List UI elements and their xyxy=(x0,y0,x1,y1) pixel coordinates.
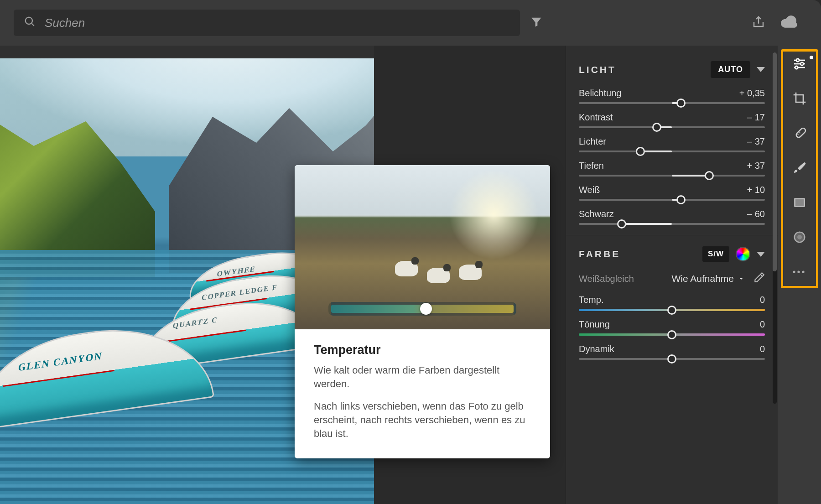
tooltip-sample-image xyxy=(295,165,550,329)
slider-temp: Temp.0 xyxy=(579,295,765,311)
edit-panel: LICHT AUTO Belichtung+ 0,35 Kontrast– 17… xyxy=(566,46,778,504)
slider-label: Belichtung xyxy=(579,88,621,99)
slider-value: 0 xyxy=(760,295,765,305)
search-field-wrap[interactable] xyxy=(14,10,520,36)
slider-track[interactable] xyxy=(579,199,765,201)
chevron-down-icon xyxy=(738,275,745,282)
tooltip-sample-slider xyxy=(328,302,516,316)
slider-toenung: Tönung0 xyxy=(579,319,765,336)
chevron-down-icon[interactable] xyxy=(757,67,765,72)
coach-tooltip: Temperatur Wie kalt oder warm die Farben… xyxy=(295,165,550,458)
tooltip-desc-1: Wie kalt oder warm die Farben dargestell… xyxy=(314,364,531,390)
slider-label: Lichter xyxy=(579,136,606,147)
wb-select[interactable]: Wie Aufnahme xyxy=(671,273,745,284)
top-bar xyxy=(0,0,821,46)
crop-icon[interactable] xyxy=(790,89,809,108)
more-icon[interactable]: ••• xyxy=(790,263,809,281)
svg-point-3 xyxy=(796,59,799,62)
slider-value: + 0,35 xyxy=(739,88,765,99)
slider-lichter: Lichter– 37 xyxy=(579,136,765,152)
slider-track[interactable] xyxy=(579,175,765,177)
svg-point-5 xyxy=(800,62,803,65)
slider-track[interactable] xyxy=(579,333,765,336)
linear-gradient-icon[interactable] xyxy=(790,193,809,212)
svg-point-7 xyxy=(795,66,798,69)
slider-value: – 17 xyxy=(747,112,765,123)
cloud-icon[interactable] xyxy=(781,16,798,30)
slider-track[interactable] xyxy=(579,358,765,360)
panel-divider xyxy=(566,235,778,235)
svg-point-14 xyxy=(797,235,802,239)
wb-label: Weißabgleich xyxy=(579,274,634,284)
wb-value: Wie Aufnahme xyxy=(671,273,734,284)
slider-value: 0 xyxy=(760,319,765,330)
section-title-licht: LICHT xyxy=(579,64,616,75)
slider-label: Tönung xyxy=(579,319,610,330)
slider-label: Schwarz xyxy=(579,209,614,219)
slider-track[interactable] xyxy=(579,102,765,104)
search-input[interactable] xyxy=(45,16,510,30)
tool-rail: ••• xyxy=(778,46,821,504)
slider-value: + 10 xyxy=(747,185,765,195)
sw-button[interactable]: S/W xyxy=(702,246,729,262)
tooltip-title: Temperatur xyxy=(314,343,531,357)
slider-value: – 60 xyxy=(747,209,765,219)
edit-sliders-icon[interactable] xyxy=(790,55,809,73)
slider-track[interactable] xyxy=(579,151,765,152)
svg-point-0 xyxy=(26,17,32,24)
section-head-licht: LICHT AUTO xyxy=(579,61,765,78)
svg-line-1 xyxy=(31,23,34,26)
radial-gradient-icon[interactable] xyxy=(790,228,809,246)
slider-kontrast: Kontrast– 17 xyxy=(579,112,765,128)
slider-tiefen: Tiefen+ 37 xyxy=(579,161,765,177)
chevron-down-icon[interactable] xyxy=(757,252,765,257)
search-icon xyxy=(24,16,36,31)
slider-track[interactable] xyxy=(579,309,765,311)
top-right-actions xyxy=(752,15,807,31)
eyedropper-icon[interactable] xyxy=(753,272,765,286)
slider-label: Tiefen xyxy=(579,161,604,171)
svg-line-9 xyxy=(798,135,798,135)
brush-icon[interactable] xyxy=(790,159,809,177)
white-balance-row: Weißabgleich Wie Aufnahme xyxy=(579,272,765,286)
svg-rect-8 xyxy=(795,127,806,139)
slider-track[interactable] xyxy=(579,126,765,128)
slider-belichtung: Belichtung+ 0,35 xyxy=(579,88,765,104)
section-title-farbe: FARBE xyxy=(579,249,620,260)
slider-label: Temp. xyxy=(579,295,603,305)
slider-value: – 37 xyxy=(747,136,765,147)
auto-button[interactable]: AUTO xyxy=(711,61,750,78)
tooltip-desc-2: Nach links verschieben, wenn das Foto zu… xyxy=(314,400,531,440)
tooltip-body: Temperatur Wie kalt oder warm die Farben… xyxy=(295,329,550,458)
slider-label: Kontrast xyxy=(579,112,613,123)
slider-label: Weiß xyxy=(579,185,600,195)
slider-value: 0 xyxy=(760,344,765,354)
filter-icon[interactable] xyxy=(530,16,543,30)
slider-weiss: Weiß+ 10 xyxy=(579,185,765,201)
slider-label: Dynamik xyxy=(579,344,614,354)
share-icon[interactable] xyxy=(752,15,765,31)
color-wheel-icon[interactable] xyxy=(736,247,750,261)
section-head-farbe: FARBE S/W xyxy=(579,246,765,262)
panel-scrollbar[interactable] xyxy=(773,52,777,404)
slider-track[interactable] xyxy=(579,223,765,225)
slider-value: + 37 xyxy=(747,161,765,171)
slider-dynamik: Dynamik0 xyxy=(579,344,765,360)
slider-schwarz: Schwarz– 60 xyxy=(579,209,765,225)
healing-icon[interactable] xyxy=(790,124,809,142)
svg-line-10 xyxy=(800,133,800,133)
svg-rect-11 xyxy=(795,199,804,206)
